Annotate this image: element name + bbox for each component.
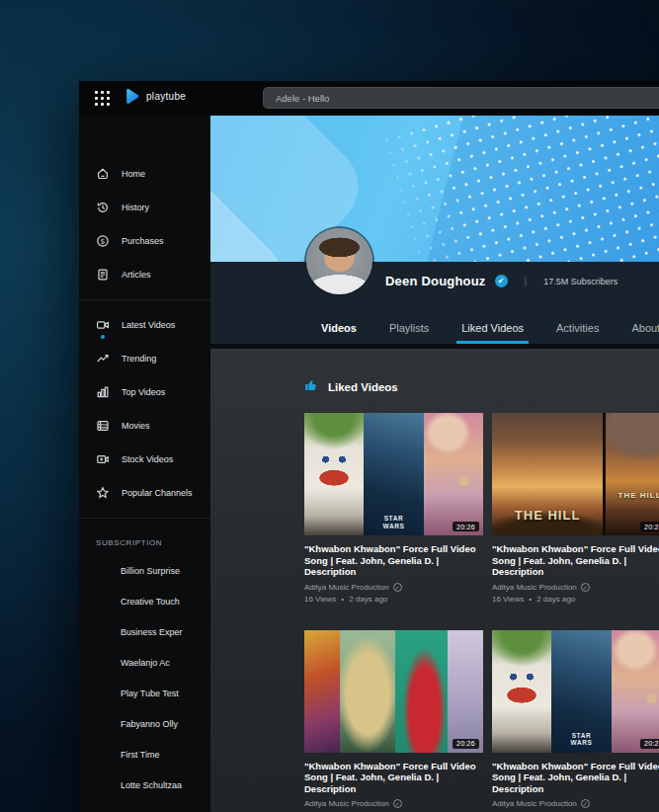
video-camera-icon [96,318,110,332]
poster-panel [304,630,340,753]
video-channel-row[interactable]: Aditya Music Production ✓ [304,583,483,592]
video-thumbnail[interactable]: STAR WARS 20:26 [304,413,483,535]
sidebar-item-home[interactable]: Home [79,157,210,191]
tab-liked-videos[interactable]: Liked Videos [461,312,524,344]
channel-name: Billion Surprise [121,566,180,576]
channel-avatar [94,655,110,671]
sidebar-item-label: Stock Videos [122,454,173,464]
channel-name: Fabyanno Olly [121,719,178,729]
home-icon [96,167,110,181]
sidebar-item-label: History [122,203,149,212]
subscription-channel[interactable]: Waelanjo Ac [79,647,210,678]
search-input[interactable] [263,87,659,109]
sidebar-item-label: Top Videos [122,387,165,397]
sidebar-item-stock-videos[interactable]: Stock Videos [79,443,210,476]
subscription-channel[interactable]: Billion Surprise [79,555,210,586]
sidebar-item-label: Articles [122,270,151,280]
logo-text: playtube [146,91,186,102]
section-title: Liked Videos [328,381,398,393]
film-icon [96,419,110,433]
tab-about[interactable]: About [631,312,659,344]
channel-avatar [94,686,110,701]
subscription-channel[interactable]: Business Exper [79,616,210,647]
tab-activities[interactable]: Activities [556,312,599,344]
thumbs-up-icon [304,378,318,396]
video-title[interactable]: "Khwabon Khwabon" Force Full Video Song … [304,543,483,578]
channel-avatar [94,594,110,609]
channel-name: Play Tube Test [121,689,179,698]
sidebar-item-movies[interactable]: Movies [79,409,210,443]
verified-badge-icon: ✔ [495,275,508,287]
duration-badge: 20:26 [640,739,659,749]
channel-verified-icon: ✓ [581,799,590,808]
video-title[interactable]: "Khwabon Khwabon" Force Full Video Song … [492,761,659,795]
svg-text:$: $ [101,237,106,246]
video-channel-row[interactable]: Aditya Music Production ✓ [304,799,483,808]
channel-avatar [94,808,110,812]
article-icon [96,268,110,282]
subscription-channel[interactable]: Hollywood Spic [79,800,210,812]
channel-header: Deen Doughouz ✔ | 17.5M Subscribers Vide… [210,262,659,344]
video-channel-row[interactable]: Aditya Music Production ✓ [492,799,659,808]
video-thumbnail[interactable]: THE HILL THE HILL 20:26 [492,413,659,535]
sidebar-item-latest-videos[interactable]: Latest Videos [79,308,210,342]
channel-avatar [94,624,110,640]
channel-avatar-image[interactable] [306,228,372,294]
poster-text: THE HILL [492,508,603,523]
sidebar-item-label: Trending [122,354,156,364]
video-channel-name: Aditya Music Production [304,583,389,592]
sidebar-item-articles[interactable]: Articles [79,258,210,291]
video-title[interactable]: "Khwabon Khwabon" Force Full Video Song … [492,543,659,578]
sidebar-item-history[interactable]: History [79,191,210,224]
channel-verified-icon: ✓ [393,799,402,808]
stock-video-icon [96,452,110,466]
sidebar-item-trending[interactable]: Trending [79,342,210,375]
trending-icon [96,352,110,365]
apps-grid-icon[interactable] [94,90,111,111]
sidebar-divider [79,518,210,519]
sidebar-item-purchases[interactable]: $ Purchases [79,224,210,258]
channel-name: Lotte Schultzaa [121,780,182,790]
video-card: STAR WARS 20:26 "Khwabon Khwabon" Force … [492,630,659,812]
poster-panel [448,630,483,753]
playtube-app-window: playtube Home History $ Purchases Articl… [79,81,659,812]
poster-panel: THE HILL [603,413,659,535]
main-panel: Deen Doughouz ✔ | 17.5M Subscribers Vide… [210,116,659,812]
video-age: 2 days ago [349,595,387,604]
poster-text: STAR WARS [375,515,411,529]
channel-name: Business Exper [121,627,183,637]
subscription-channel[interactable]: First Time [79,739,210,770]
subscription-channel[interactable]: Fabyanno Olly [79,708,210,739]
poster-panel [340,630,395,753]
video-thumbnail[interactable]: STAR WARS 20:26 [492,630,659,753]
channel-name: Waelanjo Ac [121,658,170,668]
view-count: 16 Views [492,595,524,604]
subscription-channel[interactable]: Lotte Schultzaa [79,770,210,800]
banner-dots-pattern [367,116,659,262]
playtube-logo[interactable]: playtube [124,88,186,105]
sidebar-item-label: Latest Videos [122,320,175,330]
tab-videos[interactable]: Videos [321,312,357,344]
video-title[interactable]: "Khwabon Khwabon" Force Full Video Song … [304,761,483,795]
channel-avatar [94,777,110,793]
subscription-channel[interactable]: Play Tube Test [79,678,210,708]
view-count: 16 Views [304,595,336,604]
tab-playlists[interactable]: Playlists [389,312,429,344]
video-grid: STAR WARS 20:26 "Khwabon Khwabon" Force … [304,413,659,812]
video-channel-name: Aditya Music Production [492,799,577,808]
channel-name: First Time [121,750,160,760]
poster-text: THE HILL [606,491,659,500]
poster-panel [612,630,659,753]
video-thumbnail[interactable]: 20:26 [304,630,483,753]
play-triangle-icon [124,88,139,105]
video-channel-row[interactable]: Aditya Music Production ✓ [492,583,659,592]
sidebar-item-popular-channels[interactable]: Popular Channels [79,476,210,510]
history-icon [96,201,110,214]
duration-badge: 20:26 [453,522,479,531]
video-card: THE HILL THE HILL 20:26 "Khwabon Khwabon… [492,413,659,604]
subscription-channel[interactable]: Creative Touch [79,586,210,616]
sidebar-item-top-videos[interactable]: Top Videos [79,375,210,409]
video-card: STAR WARS 20:26 "Khwabon Khwabon" Force … [304,413,483,604]
video-age: 2 days ago [536,595,575,604]
sidebar-item-label: Purchases [122,236,164,246]
